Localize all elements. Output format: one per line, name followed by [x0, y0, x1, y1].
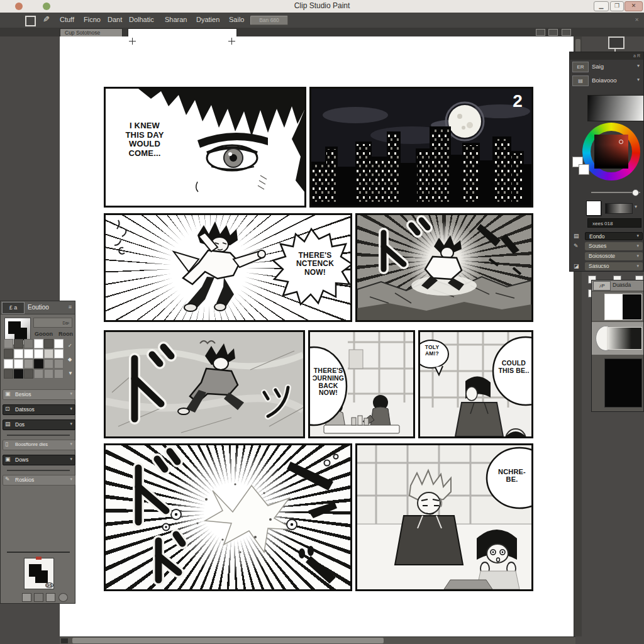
tone-swatch[interactable]: [24, 349, 33, 358]
tab-option-icon-1[interactable]: [536, 29, 545, 36]
tone-strip[interactable]: [605, 203, 633, 214]
property-row[interactable]: ▤ Dos ▾: [3, 419, 75, 430]
dropdown-row[interactable]: ▤ Eondo ▾: [571, 232, 643, 241]
chevron-down-icon[interactable]: ▾: [70, 477, 72, 482]
chevron-down-icon[interactable]: ▾: [636, 264, 639, 269]
tone-swatch[interactable]: [4, 369, 13, 379]
check-icon[interactable]: ✓: [68, 343, 72, 348]
panel-tab-icon[interactable]: £ a: [2, 302, 25, 314]
chevron-down-icon[interactable]: ▾: [70, 457, 72, 462]
chevron-down-icon[interactable]: ▾: [70, 421, 72, 426]
menu-item-0[interactable]: Ctuff: [60, 16, 74, 23]
tone-swatch[interactable]: [14, 369, 23, 379]
tone-swatch[interactable]: [44, 359, 53, 369]
layer-row[interactable]: [592, 292, 643, 321]
tone-swatch[interactable]: [54, 359, 64, 369]
property-row[interactable]: ▣ Dows ▾: [3, 455, 75, 465]
dropdown-label[interactable]: Boiososote: [585, 252, 643, 260]
dropdown-row[interactable]: Boiososote ▾: [571, 252, 643, 261]
close-button[interactable]: ✕: [625, 1, 643, 11]
scroll-left-button[interactable]: [61, 638, 68, 643]
dropdown-label[interactable]: Eondo: [585, 232, 643, 240]
chevron-down-icon[interactable]: ▾: [636, 233, 639, 238]
canvas-page[interactable]: I KNEW THIS DAY WOULD COME...: [60, 36, 574, 636]
tone-swatch[interactable]: [34, 369, 43, 379]
maximize-button[interactable]: ❐: [610, 1, 624, 11]
document-tab[interactable]: Cup Sototnose: [60, 28, 123, 36]
property-row[interactable]: ▣ Besios ▾: [3, 389, 75, 400]
menu-item-5[interactable]: Dyatien: [196, 16, 219, 23]
zoom-level-button[interactable]: Ban 680: [250, 16, 288, 25]
slider-knob[interactable]: [632, 189, 639, 196]
dropdown-row[interactable]: ✎ Souses ▾: [571, 242, 643, 251]
tone-swatch[interactable]: [4, 359, 13, 369]
color-wheel[interactable]: [582, 123, 640, 180]
tone-swatch[interactable]: [34, 349, 43, 358]
tab-option-icon-3[interactable]: [562, 29, 571, 36]
tone-swatch[interactable]: [54, 349, 64, 358]
tone-swatch[interactable]: [34, 339, 43, 348]
close-icon[interactable]: ✕: [635, 17, 639, 23]
property-row[interactable]: ▯ Boosftonre dies ▾: [3, 440, 75, 450]
layer-thumbnail[interactable]: [604, 294, 642, 320]
chevron-down-icon[interactable]: ▾: [635, 204, 637, 209]
tone-swatch[interactable]: [24, 339, 33, 348]
tone-swatch[interactable]: [44, 369, 53, 379]
chevron-down-icon[interactable]: ▾: [636, 253, 639, 258]
menu-item-6[interactable]: Sailo: [229, 16, 244, 23]
tone-swatch-grid[interactable]: [4, 339, 64, 379]
layer-thumbnail[interactable]: [604, 358, 642, 408]
tone-swatch[interactable]: [4, 349, 13, 358]
tone-swatch[interactable]: [24, 369, 33, 379]
tone-swatch[interactable]: [34, 359, 43, 369]
menu-item-4[interactable]: Sharan: [165, 16, 187, 23]
chevron-down-icon[interactable]: ▾: [637, 77, 640, 82]
layers-panel-icon[interactable]: ♪P: [593, 281, 611, 291]
saturation-value-square[interactable]: [594, 135, 628, 169]
palette-button[interactable]: [34, 593, 43, 602]
horizontal-scrollbar[interactable]: [60, 636, 575, 644]
tone-swatch[interactable]: [54, 369, 64, 379]
palette-button[interactable]: [46, 593, 55, 602]
diamond-icon[interactable]: ◆: [68, 357, 72, 362]
layer-row-selected[interactable]: [592, 322, 643, 355]
tone-swatch[interactable]: [14, 339, 23, 348]
chevron-down-icon[interactable]: ▾: [636, 243, 639, 248]
selection-tool-icon[interactable]: [25, 16, 36, 26]
dropdown-row[interactable]: ◪ Sasucso ▾: [571, 262, 643, 271]
dropdown-label[interactable]: Sasucso: [585, 262, 643, 270]
chevron-down-icon[interactable]: ▼: [68, 370, 73, 376]
tone-name-field[interactable]: Da²: [33, 318, 72, 328]
panel-row-sub[interactable]: ER Saig ▾: [571, 61, 642, 72]
tone-swatch[interactable]: [14, 349, 23, 358]
menu-item-1[interactable]: Ficno: [84, 16, 101, 23]
tone-swatch[interactable]: [44, 349, 53, 358]
tab-option-icon-2[interactable]: [548, 29, 558, 36]
chevron-down-icon[interactable]: ▾: [70, 441, 72, 447]
tone-swatch[interactable]: [54, 339, 64, 348]
foreground-background-chip[interactable]: GS: [24, 558, 54, 589]
pen-tool-icon[interactable]: ✎: [43, 14, 50, 24]
horizontal-scrollbar-thumb[interactable]: [72, 638, 384, 643]
menu-icon[interactable]: ≡: [69, 304, 72, 310]
layer-row[interactable]: [592, 356, 643, 410]
chevron-down-icon[interactable]: ▾: [70, 406, 72, 411]
active-document-tab[interactable]: [128, 28, 237, 37]
tone-swatch[interactable]: [24, 359, 33, 369]
current-color-swatch[interactable]: [586, 201, 601, 216]
minimize-button[interactable]: ▁: [594, 1, 609, 11]
monitor-icon[interactable]: [608, 36, 625, 49]
menu-item-2[interactable]: Dant: [108, 16, 122, 23]
menu-item-3[interactable]: Dolhatic: [129, 16, 154, 23]
color-value-field[interactable]: xees 018: [587, 218, 641, 228]
grid-tool-icon[interactable]: [5, 16, 16, 25]
background-color-chip[interactable]: [579, 164, 589, 175]
panel-row-navigator[interactable]: ▤ Boiavooo ▾: [571, 75, 642, 86]
chevron-down-icon[interactable]: ▾: [637, 63, 640, 69]
layer-thumbnail[interactable]: [607, 327, 642, 350]
tone-swatch[interactable]: [4, 339, 13, 348]
tone-swatch[interactable]: [44, 339, 53, 348]
gradient-preview[interactable]: [587, 95, 644, 121]
palette-button[interactable]: [22, 593, 31, 602]
property-row[interactable]: ✎ Roskios ▾: [3, 475, 75, 486]
